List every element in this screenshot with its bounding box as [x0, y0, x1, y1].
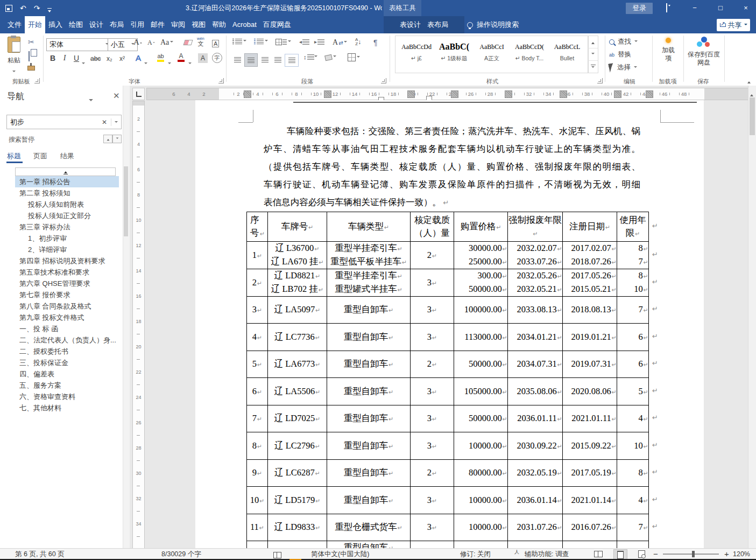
track-changes-indicator[interactable]: 修订: 关闭: [460, 549, 491, 559]
page-indicator[interactable]: 第 6 页, 共 60 页: [15, 549, 65, 559]
table-cell[interactable]: 辽 L36700↵辽 LA670 挂↵: [268, 242, 327, 269]
nav-heading-item[interactable]: 1、初步评审: [15, 233, 128, 244]
nav-heading-item[interactable]: 第三章 评标办法: [15, 221, 119, 233]
jump-to-top-box[interactable]: [15, 167, 116, 176]
table-cell[interactable]: 2021.01.11↵: [563, 405, 617, 432]
table-cell[interactable]: 3↵: [411, 378, 454, 405]
phonetic-guide-button[interactable]: wén 文: [197, 37, 204, 47]
table-cell[interactable]: 3↵: [411, 405, 454, 432]
table-cell[interactable]: [617, 541, 649, 549]
table-cell[interactable]: 3↵: [411, 514, 454, 541]
sort-button[interactable]: AZ ↓: [355, 38, 361, 46]
table-cell[interactable]: 50000.00↵: [454, 351, 508, 378]
nav-close-icon[interactable]: ✕: [113, 91, 120, 101]
tab-百度网盘[interactable]: 百度网盘: [260, 16, 294, 33]
font-name-combo[interactable]: 宋体: [46, 38, 112, 51]
table-cell[interactable]: 2↵: [411, 242, 454, 269]
table-cell[interactable]: 3↵: [411, 324, 454, 351]
table-cell[interactable]: 30000.00↵25000.00↵: [454, 242, 508, 269]
style-card[interactable]: AaBbCcDd↵ j£: [399, 38, 434, 70]
table-cell[interactable]: 50000.00↵: [454, 405, 508, 432]
table-cell[interactable]: 辽 LD9833↵: [268, 514, 327, 541]
table-cell[interactable]: 2032.05.19↵: [508, 460, 563, 487]
web-layout-button[interactable]: [635, 549, 648, 559]
table-cell[interactable]: 2036.01.11↵: [508, 405, 563, 432]
redo-button[interactable]: ↷: [34, 0, 40, 16]
bullets-button[interactable]: [232, 39, 246, 44]
table-cell[interactable]: [508, 541, 563, 549]
table-cell[interactable]: 1↵: [247, 242, 268, 269]
styles-more-button[interactable]: [588, 60, 598, 73]
table-cell[interactable]: 辽 LC2796↵: [268, 432, 327, 460]
nav-heading-item[interactable]: 第一章 招标公告: [15, 176, 119, 187]
change-case-button[interactable]: Aa: [160, 38, 173, 47]
save-to-baidu-button[interactable]: 保存到百度网盘: [687, 37, 721, 67]
table-cell[interactable]: 10000.00↵: [454, 487, 508, 514]
ribbon-display-options-button[interactable]: [658, 0, 676, 16]
tab-布局[interactable]: 布局: [107, 16, 127, 33]
table-cell[interactable]: 10↵: [247, 487, 268, 514]
table-cell[interactable]: 重型自卸车↵: [327, 460, 411, 487]
table-cell[interactable]: 105000.00↵: [454, 378, 508, 405]
table-cell[interactable]: 6↵: [247, 378, 268, 405]
show-marks-button[interactable]: ¶: [373, 38, 378, 47]
format-painter-button[interactable]: [27, 62, 35, 71]
table-cell[interactable]: 8↵: [247, 432, 268, 460]
table-cell[interactable]: 80000.00↵: [454, 460, 508, 487]
table-cell[interactable]: 2030.09.22↵: [508, 432, 563, 460]
styles-scroll-down[interactable]: [588, 48, 598, 60]
nav-search-input[interactable]: 初步 ✕: [6, 115, 122, 129]
multilevel-list-button[interactable]: [275, 39, 291, 45]
table-cell[interactable]: 113000.00↵: [454, 324, 508, 351]
font-color-options[interactable]: [188, 58, 192, 68]
table-cell[interactable]: 9↵: [247, 460, 268, 487]
document-scrollbar-thumb[interactable]: [750, 97, 755, 135]
table-cell[interactable]: 2035.08.06↵: [508, 378, 563, 405]
table-column-marker[interactable]: [505, 90, 512, 98]
table-cell[interactable]: 2032.02.07↵2033.07.26↵: [508, 242, 563, 269]
find-button[interactable]: 查找: [609, 37, 638, 46]
table-cell[interactable]: 2034.07.31↵: [508, 351, 563, 378]
nav-heading-item[interactable]: 第五章技术标准和要求: [15, 267, 119, 278]
grow-font-button[interactable]: A: [133, 38, 143, 47]
strikethrough-button[interactable]: abc: [90, 55, 101, 62]
shrink-font-button[interactable]: A: [147, 39, 156, 47]
justify-button[interactable]: [272, 54, 284, 66]
tab-帮助[interactable]: 帮助: [209, 16, 229, 33]
tab-绘图[interactable]: 绘图: [66, 16, 86, 33]
table-cell[interactable]: 3↵: [411, 269, 454, 297]
nav-heading-item[interactable]: 三、投标保证金: [15, 357, 119, 368]
table-cell[interactable]: 10000.00↵: [454, 514, 508, 541]
nav-heading-item[interactable]: 五、服务方案: [15, 380, 119, 391]
table-cell[interactable]: [563, 541, 617, 549]
nav-heading-item[interactable]: 投标人须知前附表: [15, 199, 128, 210]
tab-开始[interactable]: 开始: [25, 16, 45, 33]
replace-button[interactable]: ab 替换: [609, 50, 631, 59]
paste-button[interactable]: 粘贴: [8, 37, 20, 76]
table-cell[interactable]: 7↵: [247, 405, 268, 432]
copy-button[interactable]: [29, 52, 30, 61]
table-cell[interactable]: 5↵: [617, 378, 649, 405]
decrease-indent-button[interactable]: ◂: [299, 39, 309, 45]
style-card[interactable]: AaBbCcIA正文: [474, 38, 510, 70]
table-cell[interactable]: 6↵: [617, 324, 649, 351]
nav-collapse-icon[interactable]: [89, 95, 93, 105]
table-cell[interactable]: 辽 LC6287↵: [268, 460, 327, 487]
table-cell[interactable]: 2↵: [411, 351, 454, 378]
table-cell[interactable]: 2016.07.26↵: [563, 514, 617, 541]
table-cell[interactable]: 重型自卸车↵: [327, 487, 411, 514]
bold-button[interactable]: B: [47, 54, 58, 62]
table-cell[interactable]: 2017.05.26↵2015.05.21↵: [563, 269, 617, 297]
table-cell[interactable]: 2021.01.14↵: [563, 487, 617, 514]
tab-引用[interactable]: 引用: [127, 16, 147, 33]
table-column-marker[interactable]: [560, 90, 567, 98]
table-cell[interactable]: 重型自卸车↵: [327, 324, 411, 351]
nav-heading-item[interactable]: 2六、资格审查资料: [15, 391, 119, 402]
nav-tab-页面[interactable]: 页面: [33, 151, 47, 161]
font-color-button[interactable]: A: [178, 53, 185, 62]
table-cell[interactable]: [268, 541, 327, 549]
print-layout-button[interactable]: [613, 549, 627, 560]
font-dialog-launcher[interactable]: [218, 78, 224, 83]
table-cell[interactable]: 2018.08.13↵: [563, 297, 617, 324]
shading-button[interactable]: [325, 54, 336, 60]
